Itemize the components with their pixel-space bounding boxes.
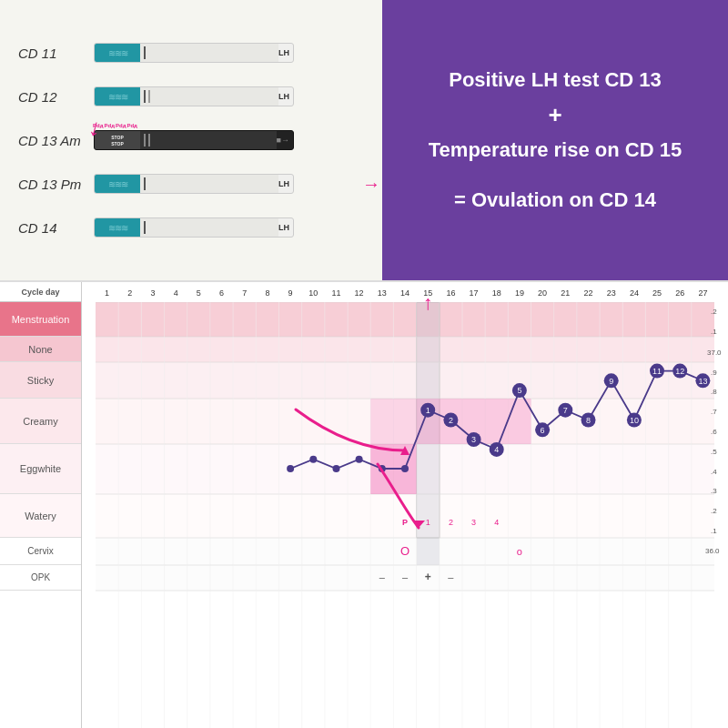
strip-mid-cd14 bbox=[140, 218, 278, 237]
post-label-2: 2 bbox=[449, 518, 453, 527]
svg-text:24: 24 bbox=[630, 288, 639, 298]
svg-text:14: 14 bbox=[400, 288, 410, 298]
dp-label-cd23: 9 bbox=[609, 377, 613, 386]
strip-mid-cd13pm bbox=[140, 175, 278, 193]
strip-body-cd13am: STOP STOP ■→ bbox=[94, 130, 294, 150]
y-label-watery: Watery bbox=[0, 494, 81, 538]
strip-line5 bbox=[144, 221, 146, 234]
strip-body-cd13pm: ≋≋≋ LH bbox=[94, 174, 294, 194]
strip-line2a bbox=[144, 90, 146, 103]
info-line1: Positive LH test CD 13 bbox=[429, 64, 682, 96]
pink-arrow-right: → bbox=[362, 174, 380, 195]
strip-container-cd12: ≋≋≋ LH bbox=[94, 79, 364, 114]
strip-label-cd13am: CD 13 Am bbox=[18, 133, 86, 148]
chart-svg: 1 2 3 4 5 6 7 8 9 10 11 12 13 14 15 16 1 bbox=[82, 282, 728, 728]
strip-label-cd13pm: CD 13 Pm bbox=[18, 177, 86, 192]
post-label-4: 4 bbox=[494, 518, 499, 527]
y-label-eggwhite: Eggwhite bbox=[0, 444, 81, 494]
strip-lh-cd11: LH bbox=[278, 48, 289, 57]
dp-label-cd20: 6 bbox=[541, 426, 545, 435]
svg-text:18: 18 bbox=[492, 288, 501, 298]
temp-scale-5: .5 bbox=[711, 448, 717, 456]
strip-mid-cd13am bbox=[140, 131, 277, 149]
info-text: Positive LH test CD 13 + Temperature ris… bbox=[429, 64, 682, 216]
dp-cd11 bbox=[333, 465, 340, 472]
strip-row-cd14: CD 14 ≋≋≋ LH bbox=[18, 210, 364, 245]
strip-line3a bbox=[144, 134, 146, 147]
svg-text:5: 5 bbox=[197, 288, 201, 298]
svg-rect-75 bbox=[370, 399, 416, 444]
svg-rect-0 bbox=[96, 302, 714, 337]
app: CD 11 ≋≋≋ LH CD 12 bbox=[0, 0, 728, 728]
post-label-3: 3 bbox=[471, 518, 476, 527]
temp-scale-6: .6 bbox=[711, 428, 717, 436]
cervix-cd14: O bbox=[400, 544, 410, 558]
post-label-1: 1 bbox=[426, 518, 430, 527]
dp-label-cd16: 2 bbox=[449, 416, 453, 425]
svg-text:8: 8 bbox=[265, 288, 269, 298]
svg-text:27: 27 bbox=[698, 288, 707, 298]
strip-waves-cd13pm: ≋≋≋ bbox=[108, 179, 127, 189]
y-label-cervix: Cervix bbox=[0, 538, 81, 565]
svg-rect-5 bbox=[96, 494, 714, 538]
strip-blue-cd11: ≋≋≋ bbox=[95, 44, 140, 62]
dp-label-cd27: 13 bbox=[698, 377, 707, 386]
svg-text:3: 3 bbox=[150, 288, 155, 298]
temp-scale-36: 36.0 bbox=[705, 547, 720, 555]
dp-cd14 bbox=[401, 465, 409, 472]
strip-row-cd13am: CD 13 Am STOP STOP ■→ ↓ bbox=[18, 123, 364, 157]
strip-waves-cd11: ≋≋≋ bbox=[108, 48, 127, 58]
strip-waves-cd14: ≋≋≋ bbox=[108, 223, 127, 233]
temp-scale-9: .9 bbox=[711, 369, 717, 377]
temp-scale-37: 37.0 bbox=[707, 349, 722, 357]
svg-text:10: 10 bbox=[308, 288, 318, 298]
strip-container-cd14: ≋≋≋ LH bbox=[94, 210, 364, 245]
svg-text:11: 11 bbox=[331, 288, 340, 298]
svg-text:17: 17 bbox=[470, 288, 479, 298]
svg-rect-1 bbox=[96, 337, 714, 362]
strip-line2b bbox=[148, 90, 150, 103]
y-label-menstruation: Menstruation bbox=[0, 302, 81, 337]
strip-lh-cd13am: ■→ bbox=[277, 136, 289, 145]
dp-label-cd21: 7 bbox=[563, 406, 568, 415]
svg-text:4: 4 bbox=[174, 288, 178, 298]
svg-text:20: 20 bbox=[538, 288, 547, 298]
cycle-day-label: Cycle day bbox=[0, 282, 81, 302]
strip-blue-cd14: ≋≋≋ bbox=[95, 218, 140, 237]
opk-cd16: – bbox=[448, 571, 454, 582]
svg-rect-2 bbox=[96, 362, 714, 399]
info-line3: Temperature rise on CD 15 bbox=[429, 134, 682, 166]
strip-line1 bbox=[144, 46, 146, 59]
dp-cd12 bbox=[356, 456, 363, 463]
y-label-sticky: Sticky bbox=[0, 362, 81, 399]
strip-blue-cd13am: STOP STOP bbox=[95, 131, 140, 149]
stop-label2: STOP bbox=[111, 141, 124, 147]
chart-inner: 1 2 3 4 5 6 7 8 9 10 11 12 13 14 15 16 1 bbox=[82, 282, 728, 728]
strip-body-cd11: ≋≋≋ LH bbox=[94, 43, 294, 63]
pdd-labels: Pdд Pdд Pdд Pdд bbox=[93, 123, 137, 128]
chart-section: Cycle day Menstruation None Sticky Cream… bbox=[0, 282, 728, 728]
chart-main: 1 2 3 4 5 6 7 8 9 10 11 12 13 14 15 16 1 bbox=[82, 282, 728, 728]
post-label-p: P bbox=[402, 518, 408, 527]
strip-blue-cd12: ≋≋≋ bbox=[95, 87, 140, 106]
strip-lh-cd12: LH bbox=[278, 92, 289, 101]
svg-text:16: 16 bbox=[446, 288, 455, 298]
temp-scale-3: .3 bbox=[711, 487, 717, 495]
y-label-opk: OPK bbox=[0, 565, 81, 591]
dp-label-cd18: 4 bbox=[494, 445, 499, 454]
pink-up-arrow: ↑ bbox=[423, 291, 433, 314]
temp-scale-2b: .2 bbox=[711, 507, 717, 515]
strip-row-cd13pm: CD 13 Pm ≋≋≋ LH → bbox=[18, 167, 364, 201]
temp-scale-1b: .1 bbox=[711, 527, 717, 535]
svg-text:23: 23 bbox=[607, 288, 616, 298]
cervix-cd19: o bbox=[517, 546, 522, 557]
strip-container-cd13pm: ≋≋≋ LH → bbox=[94, 167, 364, 201]
info-line5: = Ovulation on CD 14 bbox=[429, 184, 682, 216]
photo-panel: CD 11 ≋≋≋ LH CD 12 bbox=[0, 0, 382, 280]
svg-text:9: 9 bbox=[288, 288, 293, 298]
top-section: CD 11 ≋≋≋ LH CD 12 bbox=[0, 0, 728, 282]
strip-label-cd12: CD 12 bbox=[18, 89, 86, 105]
dp-cd9 bbox=[287, 465, 294, 472]
strip-lh-cd13pm: LH bbox=[278, 179, 289, 188]
y-label-none: None bbox=[0, 337, 81, 362]
